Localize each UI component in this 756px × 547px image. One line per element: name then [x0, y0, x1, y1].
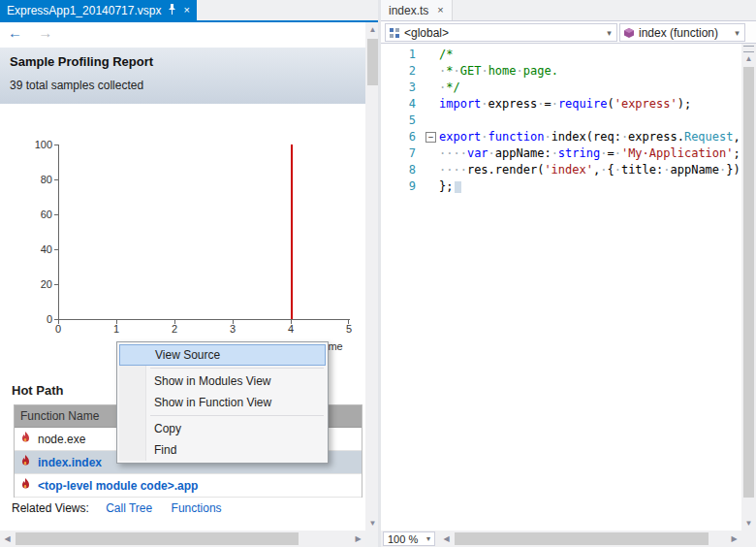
editor-bottom-bar: 100 % ▾ ◀ ▶: [381, 531, 756, 547]
close-icon[interactable]: ×: [183, 5, 189, 16]
tab-expressapp-vspx[interactable]: ExpressApp1_20140717.vspx ×: [0, 0, 197, 20]
member-dropdown[interactable]: index (function) ▾: [619, 23, 745, 42]
x-tick-label: 2: [169, 323, 180, 335]
fold-toggle-icon[interactable]: −: [425, 132, 436, 143]
code-area[interactable]: 1/*2·*·GET·home·page.3·*/4import·express…: [381, 44, 741, 531]
function-link[interactable]: <top-level module code>.app: [38, 479, 198, 493]
code-line[interactable]: 5: [381, 113, 741, 129]
y-tick-label: 20: [17, 278, 52, 290]
code-line[interactable]: 3·*/: [381, 80, 741, 96]
editor-navigation-bar: <global> ▾ index (function) ▾: [381, 20, 756, 44]
samples-chart: 100 80 60 40 20 0 0 1 2 3 4: [0, 104, 365, 348]
scope-dropdown-value: <global>: [404, 26, 449, 40]
y-tick-label: 40: [17, 243, 52, 255]
chevron-down-icon[interactable]: ▾: [602, 28, 616, 38]
scroll-right-icon[interactable]: ▶: [727, 531, 741, 546]
code-token: ····: [439, 146, 467, 160]
x-tick-label: 5: [343, 323, 355, 335]
code-token: require: [558, 97, 608, 111]
horizontal-scrollbar[interactable]: ◀ ▶: [439, 531, 741, 547]
chevron-down-icon[interactable]: ▾: [426, 534, 430, 543]
link-functions[interactable]: Functions: [172, 501, 222, 515]
scroll-left-icon[interactable]: ◀: [439, 531, 454, 546]
y-tick-label: 80: [17, 174, 52, 185]
code-line[interactable]: 7····var·appName:·string·=·'My·Applicati…: [381, 145, 741, 162]
menu-separator: [150, 368, 324, 369]
member-dropdown-value: index (function): [639, 26, 718, 40]
end-of-buffer-marker: [455, 181, 461, 193]
fold-margin: [425, 47, 439, 63]
code-line[interactable]: 8····res.render('index',·{·title:·appNam…: [381, 162, 741, 178]
x-tick-mark: [291, 320, 292, 324]
code-token: express.: [628, 130, 684, 144]
scroll-left-icon[interactable]: ◀: [0, 531, 15, 546]
function-link[interactable]: index.index: [38, 456, 102, 469]
menu-item-show-in-modules-view[interactable]: Show in Modules View: [119, 370, 326, 392]
code-token: ·: [517, 64, 523, 78]
code-token: 'express': [614, 97, 677, 111]
related-views: Related Views: Call Tree Functions: [12, 501, 237, 515]
pin-icon[interactable]: [168, 4, 176, 17]
zoom-dropdown[interactable]: 100 % ▾: [383, 531, 435, 546]
table-row[interactable]: <top-level module code>.app: [15, 474, 362, 498]
x-tick-label: 0: [52, 323, 64, 335]
scroll-thumb[interactable]: [455, 532, 709, 545]
code-token: home: [488, 64, 517, 78]
code-token: );: [677, 97, 691, 111]
menu-item-copy[interactable]: Copy: [119, 418, 326, 439]
scroll-thumb[interactable]: [367, 39, 378, 85]
scroll-thumb[interactable]: [743, 67, 754, 498]
code-token: 'index': [544, 163, 593, 177]
code-token: var: [467, 146, 488, 160]
flame-icon: [20, 478, 31, 494]
scroll-thumb[interactable]: [16, 532, 299, 545]
line-number: 8: [381, 162, 425, 178]
tab-title: ExpressApp1_20140717.vspx: [7, 4, 161, 17]
horizontal-scrollbar[interactable]: ◀ ▶: [0, 531, 365, 547]
back-button[interactable]: ←: [8, 24, 22, 41]
fold-margin: [425, 80, 439, 96]
menu-item-find[interactable]: Find: [119, 439, 326, 461]
code-token: ·: [481, 130, 488, 144]
zoom-value: 100 %: [388, 533, 418, 545]
code-token: GET: [460, 64, 482, 78]
flame-icon: [20, 432, 31, 447]
scroll-down-icon[interactable]: ▼: [741, 516, 756, 531]
code-token: ·: [663, 163, 670, 177]
code-line[interactable]: 1/*: [381, 47, 741, 63]
menu-item-view-source[interactable]: View Source: [119, 344, 326, 366]
code-line[interactable]: 9};: [381, 178, 741, 195]
code-line[interactable]: 6−export·function·index(req:·express.Req…: [381, 129, 741, 145]
line-number: 1: [381, 47, 425, 63]
vs-window: ExpressApp1_20140717.vspx × ← → Sample P…: [0, 0, 756, 547]
x-tick-mark: [58, 320, 59, 324]
hot-path-title: Hot Path: [12, 383, 63, 398]
code-token: ·: [488, 146, 495, 160]
code-token: string: [558, 146, 600, 160]
close-icon[interactable]: ×: [437, 5, 443, 16]
fold-margin: −: [425, 129, 439, 145]
tab-index-ts[interactable]: index.ts ×: [381, 0, 453, 20]
code-token: Request: [684, 130, 734, 144]
x-tick-label: 3: [227, 323, 238, 335]
menu-item-show-in-function-view[interactable]: Show in Function View: [119, 392, 326, 413]
chevron-down-icon[interactable]: ▾: [730, 28, 744, 38]
scope-dropdown[interactable]: <global> ▾: [385, 23, 617, 42]
code-line[interactable]: 2·*·GET·home·page.: [381, 63, 741, 80]
fold-margin: [425, 145, 439, 162]
scroll-up-icon[interactable]: ▲: [741, 51, 756, 66]
code-token: {: [607, 163, 614, 177]
code-token: index(req:: [551, 130, 621, 144]
scroll-right-icon[interactable]: ▶: [351, 531, 365, 546]
x-tick-mark: [174, 320, 175, 324]
code-token: ·: [551, 146, 558, 160]
code-line[interactable]: 4import·express·=·require('express');: [381, 96, 741, 113]
vertical-scrollbar[interactable]: ▲ ▼: [741, 44, 756, 531]
link-call-tree[interactable]: Call Tree: [106, 501, 152, 515]
code-token: import: [439, 97, 481, 111]
code-token: =: [544, 97, 551, 111]
line-number: 9: [381, 178, 425, 195]
flame-icon: [20, 455, 31, 470]
code-token: ·: [614, 146, 621, 160]
forward-button[interactable]: →: [38, 24, 52, 41]
